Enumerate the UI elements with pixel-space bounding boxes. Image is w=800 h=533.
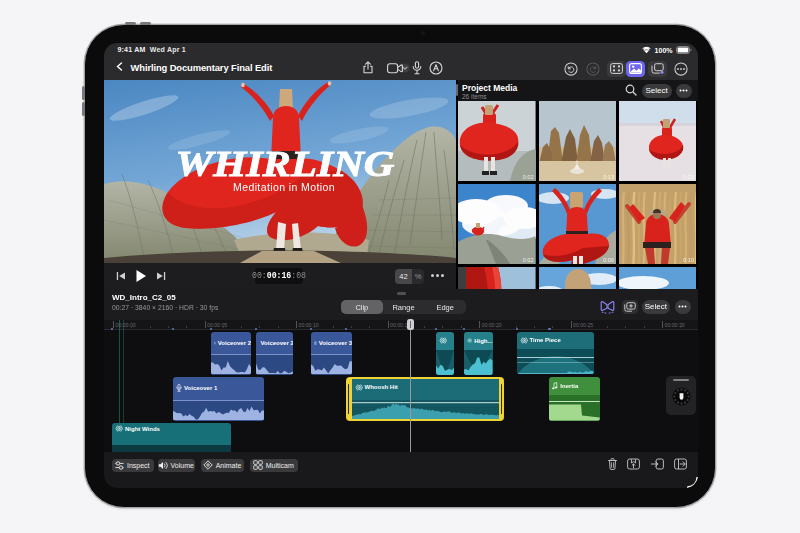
svg-text:Meditation in Motion: Meditation in Motion <box>233 181 335 193</box>
svg-text:WHIRLING: WHIRLING <box>175 143 394 184</box>
